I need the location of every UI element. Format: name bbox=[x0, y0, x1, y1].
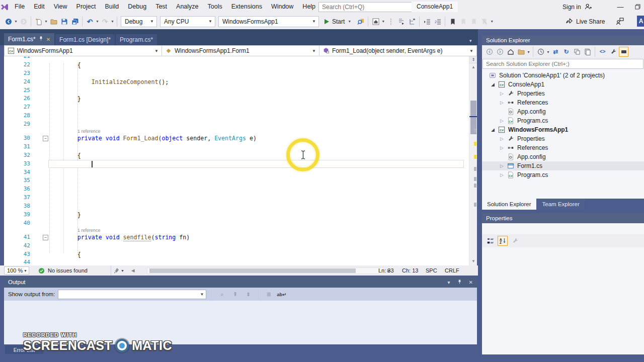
line-indicator[interactable]: Ln: 33 bbox=[378, 267, 394, 274]
bookmark-icon[interactable] bbox=[448, 17, 457, 27]
combo-startup_project[interactable]: WindowsFormsApp1▼ bbox=[218, 16, 319, 27]
prev-bookmark-icon[interactable] bbox=[458, 17, 468, 27]
pin-icon[interactable] bbox=[457, 279, 462, 286]
menu-build[interactable]: Build bbox=[100, 0, 123, 14]
chevron-down-icon[interactable]: ▼ bbox=[469, 49, 473, 53]
code-line-28[interactable]: 28 bbox=[4, 112, 469, 120]
menu-tools[interactable]: Tools bbox=[203, 0, 227, 14]
word-wrap-icon[interactable]: ab↵ bbox=[277, 292, 286, 297]
menu-file[interactable]: File bbox=[10, 0, 29, 14]
issues-status[interactable]: No issues found bbox=[48, 267, 88, 274]
close-icon[interactable]: ✕ bbox=[46, 37, 50, 42]
tab-form1-cs-[interactable]: Form1.cs*✕ bbox=[4, 33, 54, 45]
code-line-40[interactable]: 40 bbox=[4, 219, 469, 228]
menu-view[interactable]: View bbox=[49, 0, 72, 14]
forward-icon[interactable] bbox=[495, 47, 505, 57]
line-number[interactable]: 42 bbox=[4, 242, 30, 250]
chevron-down-icon[interactable]: ▼ bbox=[121, 269, 124, 273]
close-icon[interactable]: ✕ bbox=[469, 280, 473, 285]
collapse-arrow-icon[interactable]: ◢ bbox=[491, 125, 495, 134]
preview-selected-icon[interactable] bbox=[619, 47, 628, 57]
code-line-37[interactable]: 37 bbox=[4, 194, 469, 202]
chevron-down-icon[interactable]: ▾ bbox=[14, 19, 18, 24]
expand-arrow-icon[interactable]: ▷ bbox=[500, 170, 504, 179]
expand-arrow-icon[interactable]: ▷ bbox=[500, 161, 504, 170]
line-number[interactable]: 38 bbox=[4, 202, 30, 211]
line-number[interactable]: 24 bbox=[4, 78, 30, 86]
project-dropdown[interactable]: C# WindowsFormsApp1 ▼ bbox=[5, 46, 162, 56]
next-bookmark-icon[interactable] bbox=[469, 17, 478, 27]
type-dropdown[interactable]: WindowsFormsApp1.Form1 ▼ bbox=[162, 46, 319, 56]
vertical-scrollbar[interactable]: ⇕ ▲ ▼ bbox=[469, 56, 477, 265]
tree-item-app-config[interactable]: App.config bbox=[482, 152, 644, 161]
expand-arrow-icon[interactable]: ▷ bbox=[500, 143, 504, 152]
codelens-row[interactable]: 1 reference bbox=[4, 228, 469, 233]
codelens-references[interactable]: 1 reference bbox=[77, 228, 101, 233]
categorized-icon[interactable] bbox=[486, 236, 495, 246]
tree-item-references[interactable]: ▷References bbox=[482, 143, 644, 152]
line-number[interactable]: 40 bbox=[4, 219, 30, 228]
menu-debug[interactable]: Debug bbox=[123, 0, 151, 14]
code-line-22[interactable]: 22 { bbox=[4, 61, 469, 69]
tab-form1-cs-design-[interactable]: Form1.cs [Design]* bbox=[55, 34, 115, 45]
code-line-30[interactable]: 30− private void Form1_Load(object sende… bbox=[4, 134, 469, 143]
redo-icon[interactable]: ↷ bbox=[100, 17, 110, 27]
code-line-26[interactable]: 26 } bbox=[4, 95, 469, 103]
chevron-down-icon[interactable]: ▾ bbox=[381, 19, 385, 24]
prev-message-icon[interactable]: ⇞ bbox=[230, 291, 240, 298]
code-line-35[interactable]: 35 bbox=[4, 176, 469, 185]
menu-analyze[interactable]: Analyze bbox=[172, 0, 203, 14]
tree-item-properties[interactable]: ▷Properties bbox=[482, 134, 644, 143]
chevron-down-icon[interactable]: ▾ bbox=[490, 19, 494, 24]
indent-icon[interactable] bbox=[422, 17, 432, 27]
goto-message-icon[interactable]: ⌕ bbox=[217, 291, 227, 298]
solution-explorer-search[interactable] bbox=[482, 58, 644, 69]
health-check-icon[interactable] bbox=[38, 267, 45, 274]
minimize-button[interactable]: — bbox=[612, 0, 629, 14]
start-debug-button[interactable]: Start▾ bbox=[320, 16, 355, 28]
code-line-21[interactable]: 21 bbox=[4, 56, 469, 61]
chevron-down-icon[interactable]: ▾ bbox=[95, 19, 100, 24]
tree-item-windowsformsapp1[interactable]: ◢C#WindowsFormsApp1 bbox=[482, 125, 644, 134]
menu-window[interactable]: Window bbox=[267, 0, 298, 14]
back-icon[interactable] bbox=[485, 47, 494, 57]
refresh-icon[interactable]: ↻ bbox=[561, 47, 571, 57]
sync-icon[interactable]: ⇄ bbox=[551, 47, 560, 57]
properties-wrench-icon[interactable] bbox=[608, 47, 618, 57]
line-number[interactable]: 34 bbox=[4, 168, 30, 177]
chevron-down-icon[interactable]: ▾ bbox=[546, 50, 550, 54]
tree-item-app-config[interactable]: App.config bbox=[482, 107, 644, 116]
codelens-row[interactable]: 1 reference bbox=[4, 129, 469, 134]
line-number[interactable]: 29 bbox=[4, 120, 30, 129]
hscrollbar-thumb[interactable] bbox=[149, 268, 356, 273]
call-hierarchy-icon[interactable] bbox=[407, 17, 417, 27]
line-number[interactable]: 21 bbox=[4, 56, 30, 61]
code-line-44[interactable]: 44 bbox=[4, 258, 469, 265]
pin-icon[interactable] bbox=[39, 36, 43, 43]
scroll-down-icon[interactable]: ▼ bbox=[469, 259, 477, 263]
code-line-38[interactable]: 38 bbox=[4, 202, 469, 211]
tree-item-form1-cs[interactable]: ▷Form1.cs bbox=[482, 161, 644, 170]
line-number[interactable]: 32 bbox=[4, 151, 30, 160]
member-dropdown[interactable]: Form1_Load(object sender, EventArgs e) ▼ bbox=[319, 46, 476, 56]
solution-search-input[interactable] bbox=[482, 59, 643, 69]
properties-header[interactable]: Properties bbox=[482, 213, 644, 223]
chevron-down-icon[interactable]: ▾ bbox=[110, 19, 115, 24]
code-line-27[interactable]: 27 bbox=[4, 103, 469, 112]
navigate-home-icon[interactable] bbox=[371, 17, 380, 27]
clear-all-icon[interactable]: ≣ bbox=[264, 291, 274, 298]
code-line-39[interactable]: 39 } bbox=[4, 211, 469, 219]
line-number[interactable]: 37 bbox=[4, 194, 30, 202]
nav-forward-icon[interactable] bbox=[19, 17, 28, 27]
tree-item-properties[interactable]: ▷Properties bbox=[482, 89, 644, 98]
feedback-icon[interactable] bbox=[616, 18, 624, 25]
splitter-handle[interactable]: ⇕ bbox=[469, 56, 477, 63]
line-number[interactable]: 25 bbox=[4, 86, 30, 95]
code-line-25[interactable]: 25 bbox=[4, 86, 469, 95]
collapse-all-icon[interactable] bbox=[572, 47, 582, 57]
line-number[interactable]: 28 bbox=[4, 112, 30, 120]
line-number[interactable]: 44 bbox=[4, 258, 30, 265]
line-number[interactable]: 31 bbox=[4, 143, 30, 151]
column-indicator[interactable]: Ch: 13 bbox=[402, 267, 418, 274]
tree-item-references[interactable]: ▷References bbox=[482, 98, 644, 107]
